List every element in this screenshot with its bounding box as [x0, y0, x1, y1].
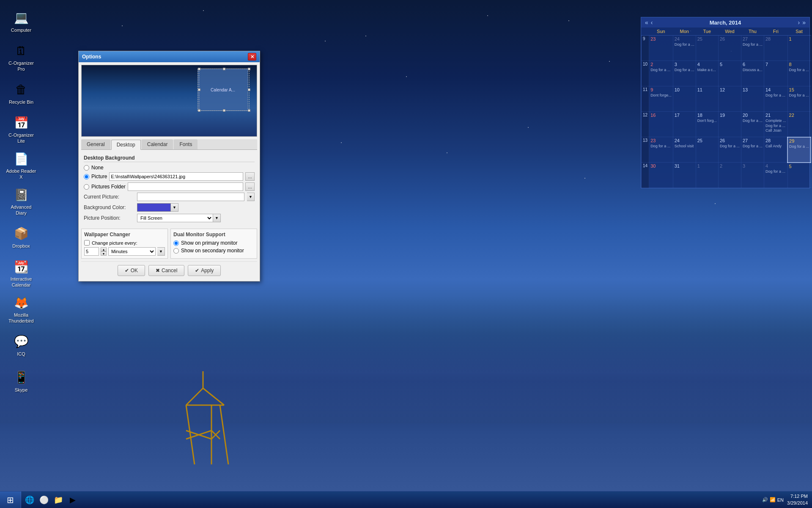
taskbar-explorer-icon[interactable]: 📁	[52, 494, 65, 506]
cal-day-4-1[interactable]: 16	[649, 112, 673, 137]
cal-day-6-7[interactable]: 5	[787, 163, 811, 188]
cal-day-3-5[interactable]: 13	[741, 86, 764, 112]
primary-monitor-label[interactable]: Show on primary monitor	[181, 240, 237, 246]
current-picture-input[interactable]	[137, 193, 244, 201]
desktop-icon-icq[interactable]: 💬 ICQ	[4, 328, 38, 362]
ok-button[interactable]: ✔ OK	[118, 265, 145, 276]
desktop-icon-recycle-bin[interactable]: 🗑 Recycle Bin	[4, 76, 38, 110]
cal-day-5-5[interactable]: 27Dog for a ...	[741, 137, 764, 163]
apply-button[interactable]: ✔ Apply	[188, 265, 221, 276]
cal-day-6-1[interactable]: 30	[649, 163, 673, 188]
cal-day-5-7[interactable]: 29Dog for a ...	[787, 137, 811, 163]
picture-browse-button[interactable]: …	[245, 172, 255, 181]
taskbar-ie-icon[interactable]: 🌐	[23, 494, 36, 506]
change-every-checkbox[interactable]	[84, 240, 90, 246]
cal-event-2-1-1[interactable]: Dog for a ...	[650, 68, 672, 73]
spinner-up-button[interactable]: ▲	[101, 247, 107, 251]
time-unit-select[interactable]: Minutes	[108, 247, 156, 256]
cal-day-4-6[interactable]: 21Complete ...Dog for a ...Call Joan	[764, 112, 788, 137]
cal-event-6-6-1[interactable]: Dog for a ...	[765, 169, 786, 174]
cal-day-1-5[interactable]: 27Dog for a ...	[741, 36, 764, 61]
current-picture-dropdown[interactable]: ▼	[247, 193, 255, 201]
tab-fonts[interactable]: Fonts	[174, 139, 198, 149]
cal-event-2-2-1[interactable]: Dog for a ...	[675, 68, 694, 73]
cal-day-5-1[interactable]: 23Dog for a ...	[649, 137, 673, 163]
cal-event-3-6-1[interactable]: Dog for a ...	[765, 93, 786, 98]
cal-day-2-2[interactable]: 3Dog for a ...	[673, 61, 696, 86]
lang-indicator[interactable]: EN	[777, 497, 784, 502]
desktop-icon-computer[interactable]: 💻 Computer	[4, 4, 38, 38]
desktop-icon-skype[interactable]: 📱 Skype	[4, 364, 38, 398]
secondary-monitor-label[interactable]: Show on secondary monitor	[181, 248, 244, 254]
cal-day-4-4[interactable]: 19	[718, 112, 741, 137]
cal-event-3-7-1[interactable]: Dog for a ...	[789, 93, 809, 98]
cal-day-2-3[interactable]: 4Make a c...	[696, 61, 718, 86]
radio-folder-label[interactable]: Pictures Folder	[91, 184, 126, 190]
cal-day-4-5[interactable]: 20Dog for a ...	[741, 112, 764, 137]
desktop-icon-c-organizer-lite[interactable]: 📅 C-Organizer Lite	[4, 112, 38, 146]
folder-path-input[interactable]	[128, 182, 243, 191]
cal-day-3-6[interactable]: 14Dog for a ...	[764, 86, 788, 112]
cal-day-6-2[interactable]: 31	[673, 163, 696, 188]
cal-day-5-6[interactable]: 28Call Andy	[764, 137, 788, 163]
cal-event-4-6-3[interactable]: Call Joan	[765, 128, 786, 133]
calendar-prev-nav[interactable]: ‹	[650, 19, 654, 26]
cal-day-2-4[interactable]: 5	[718, 61, 741, 86]
cal-day-6-4[interactable]: 2	[718, 163, 741, 188]
desktop-icon-dropbox[interactable]: 📦 Dropbox	[4, 220, 38, 254]
cancel-button[interactable]: ✖ Cancel	[148, 265, 184, 276]
spinner-input[interactable]	[84, 247, 99, 256]
calendar-next-nav[interactable]: ›	[797, 19, 801, 26]
picture-position-select[interactable]: Fill Screen	[137, 214, 213, 222]
cal-day-3-3[interactable]: 11	[696, 86, 718, 112]
cal-day-2-7[interactable]: 8Dog for a ...	[787, 61, 811, 86]
cal-day-1-1[interactable]: 23	[649, 36, 673, 61]
primary-monitor-radio[interactable]	[173, 240, 179, 246]
cal-event-5-7-1[interactable]: Dog for a ...	[789, 144, 809, 149]
tab-desktop[interactable]: Desktop	[111, 140, 141, 150]
cal-day-1-7[interactable]: 1	[787, 36, 811, 61]
cal-event-1-2-1[interactable]: Dog for a ...	[675, 42, 694, 47]
cal-event-4-5-1[interactable]: Dog for a ...	[743, 119, 763, 124]
cal-day-1-4[interactable]: 26	[718, 36, 741, 61]
picture-path-input[interactable]	[109, 172, 243, 181]
cal-event-5-2-1[interactable]: School visit	[675, 144, 694, 149]
cal-day-2-1[interactable]: 2Dog for a ...	[649, 61, 673, 86]
cal-day-3-1[interactable]: 9Dont forge...	[649, 86, 673, 112]
cal-day-4-7[interactable]: 22	[787, 112, 811, 137]
cal-day-6-6[interactable]: 4Dog for a ...	[764, 163, 788, 188]
cal-event-4-6-1[interactable]: Complete ...	[765, 119, 786, 124]
color-dropdown-button[interactable]: ▼	[171, 203, 178, 212]
radio-none-label[interactable]: None	[91, 165, 104, 171]
cal-event-2-5-1[interactable]: Discuss a...	[743, 68, 763, 73]
cal-day-6-5[interactable]: 3	[741, 163, 764, 188]
desktop-icon-c-organizer-pro[interactable]: 🗓 C-Organizer Pro	[4, 40, 38, 74]
cal-event-4-3-1[interactable]: Don't forg...	[697, 119, 717, 124]
cal-day-5-4[interactable]: 26Dog for a ...	[718, 137, 741, 163]
change-every-label[interactable]: Change picture every:	[92, 240, 137, 246]
cal-day-6-3[interactable]: 1	[696, 163, 718, 188]
calendar-first-nav[interactable]: «	[644, 19, 650, 26]
picture-position-dropdown[interactable]: ▼	[213, 214, 221, 222]
cal-day-4-2[interactable]: 17	[673, 112, 696, 137]
cal-day-1-6[interactable]: 28	[764, 36, 788, 61]
cal-event-5-6-1[interactable]: Call Andy	[765, 144, 786, 149]
start-button[interactable]: ⊞	[0, 491, 21, 508]
cal-event-5-4-1[interactable]: Dog for a ...	[720, 144, 740, 149]
cal-day-4-3[interactable]: 18Don't forg...	[696, 112, 718, 137]
preview-calendar-widget[interactable]: Calendar A...	[198, 69, 248, 111]
dialog-close-button[interactable]: ✕	[248, 53, 256, 61]
cal-day-2-5[interactable]: 6Discuss a...	[741, 61, 764, 86]
cal-event-2-7-1[interactable]: Dog for a ...	[789, 68, 809, 73]
cal-day-1-2[interactable]: 24Dog for a ...	[673, 36, 696, 61]
tab-general[interactable]: General	[81, 139, 110, 149]
taskbar-chrome-icon[interactable]: ⚪	[38, 494, 50, 506]
cal-day-3-4[interactable]: 12	[718, 86, 741, 112]
taskbar-clock[interactable]: 7:12 PM 3/29/2014	[787, 493, 808, 506]
radio-picture-input[interactable]	[84, 174, 89, 179]
calendar-last-nav[interactable]: »	[801, 19, 807, 26]
cal-event-3-1-1[interactable]: Dont forge...	[650, 93, 672, 98]
time-unit-dropdown[interactable]: ▼	[157, 247, 165, 256]
cal-day-2-6[interactable]: 7	[764, 61, 788, 86]
cal-day-5-2[interactable]: 24School visit	[673, 137, 696, 163]
